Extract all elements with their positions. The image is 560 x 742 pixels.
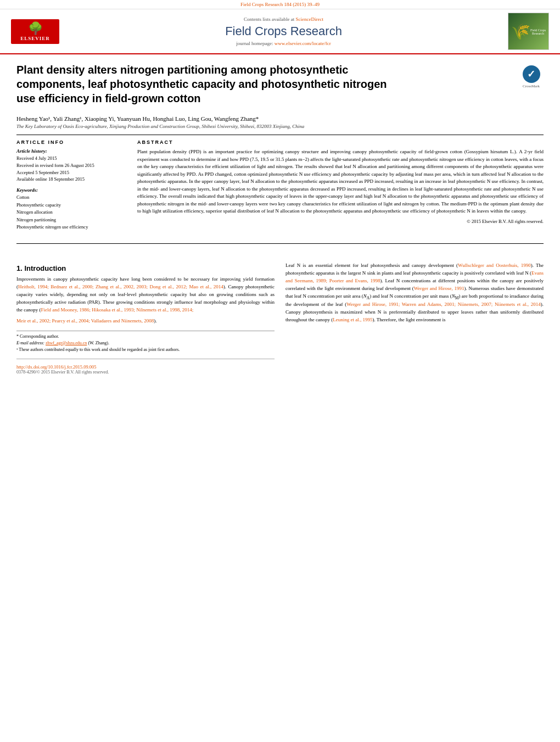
body-left-col: 1. Introduction Improvements in canopy p…	[16, 262, 275, 375]
main-body: 1. Introduction Improvements in canopy p…	[0, 256, 560, 380]
revised-date: Received in revised form 26 August 2015	[16, 162, 126, 169]
journal-header: 🌳 ELSEVIER Contents lists available at S…	[0, 9, 560, 54]
article-history: Article history: Received 4 July 2015 Re…	[16, 148, 126, 183]
elsevier-logo: 🌳 ELSEVIER	[11, 19, 59, 44]
sciencedirect-text: Contents lists available at ScienceDirec…	[59, 16, 508, 22]
ref-field[interactable]: Field and Mooney, 1986; Hikosaka et al.,…	[41, 307, 193, 313]
crossmark-badge[interactable]: ✓ CrossMark	[519, 65, 544, 90]
ref-werger[interactable]: Werger and Hirose, 1991	[414, 286, 464, 291]
sciencedirect-link[interactable]: ScienceDirect	[296, 16, 323, 22]
available-date: Available online 18 September 2015	[16, 176, 126, 183]
ref-meir[interactable]: Meir et al., 2002; Pearcy et al., 2004; …	[16, 318, 154, 323]
keyword-photosynthetic-nue: Photosynthetic nitrogen use efficiency	[16, 224, 126, 231]
elsevier-tree-icon: 🌳	[28, 21, 43, 36]
keywords-label: Keywords:	[16, 187, 126, 193]
affiliation: The Key Laboratory of Oasis Eco-agricult…	[16, 124, 544, 129]
article-info-panel: ARTICLE INFO Article history: Received 4…	[16, 140, 126, 236]
accepted-date: Accepted 5 September 2015	[16, 169, 126, 176]
ref-wullschleger[interactable]: Wullschleger and Oosterhuis, 1990	[458, 263, 531, 268]
title-row: Plant density alters nitrogen partitioni…	[16, 63, 544, 111]
divider-1	[16, 135, 544, 135]
article-info-abstract: ARTICLE INFO Article history: Received 4…	[16, 140, 544, 236]
ref-werger2[interactable]: Werger and Hirose, 1991; Warren and Adam…	[346, 302, 541, 307]
article-info-heading: ARTICLE INFO	[16, 140, 126, 145]
body-right-col: Leaf N is an essential element for leaf …	[285, 262, 544, 375]
right-paragraph-1: Leaf N is an essential element for leaf …	[285, 262, 544, 324]
email-link[interactable]: zhwf_agr@shzu.edu.cn	[46, 341, 87, 345]
abstract-panel: ABSTRACT Plant population density (PPD) …	[137, 140, 544, 236]
received-date: Received 4 July 2015	[16, 155, 126, 162]
intro-paragraph-1: Improvements in canopy photosynthetic ca…	[16, 276, 275, 314]
doi-area: http://dx.doi.org/10.1016/j.fcr.2015.09.…	[16, 359, 275, 375]
footnote-corresponding: * Corresponding author.	[16, 333, 275, 340]
ref-evans-seemann[interactable]: Evans and Seemann, 1989; Poorter and Eva…	[285, 270, 544, 283]
journal-header-center: Contents lists available at ScienceDirec…	[59, 16, 508, 46]
footnote-equal-contrib: ¹ These authors contributed equally to t…	[16, 347, 275, 353]
article-content: Plant density alters nitrogen partitioni…	[0, 54, 560, 256]
authors: Hesheng Yao¹, Yali Zhang¹, Xiaoping Yi, …	[16, 115, 544, 122]
footnote-email: E-mail address: zhwf_agr@shzu.edu.cn (W.…	[16, 340, 275, 347]
copyright-text: © 2015 Elsevier B.V. All rights reserved…	[137, 219, 544, 224]
abstract-heading: ABSTRACT	[137, 140, 544, 145]
abstract-text: Plant population density (PPD) is an imp…	[137, 148, 544, 215]
journal-cover-image: 🌾 Field CropsResearch	[508, 13, 549, 50]
journal-top-bar: Field Crops Research 184 (2015) 39–49	[0, 0, 560, 9]
history-label: Article history:	[16, 148, 126, 154]
article-title: Plant density alters nitrogen partitioni…	[16, 63, 390, 105]
intro-paragraph-2: Meir et al., 2002; Pearcy et al., 2004; …	[16, 317, 275, 325]
keyword-photosynthetic-capacity: Photosynthetic capacity	[16, 202, 126, 209]
intro-section-title: 1. Introduction	[16, 264, 275, 272]
journal-citation: Field Crops Research 184 (2015) 39–49	[240, 2, 320, 7]
keyword-nitrogen-allocation: Nitrogen allocation	[16, 209, 126, 216]
doi-link[interactable]: http://dx.doi.org/10.1016/j.fcr.2015.09.…	[16, 364, 97, 370]
keywords-section: Keywords: Cotton Photosynthetic capacity…	[16, 187, 126, 231]
keyword-nitrogen-partitioning: Nitrogen partitioning	[16, 216, 126, 224]
journal-title: Field Crops Research	[59, 24, 508, 38]
footnote-area: * Corresponding author. E-mail address: …	[16, 331, 275, 353]
journal-homepage: journal homepage: www.elsevier.com/locat…	[59, 41, 508, 46]
ref-heitholt[interactable]: Heitholt, 1994; Bednarz et al., 2000; Zh…	[18, 284, 223, 289]
elsevier-wordmark: ELSEVIER	[20, 36, 50, 41]
divider-2	[16, 243, 544, 244]
journal-homepage-link[interactable]: www.elsevier.com/locate/fcr	[275, 41, 331, 46]
ref-leuning[interactable]: Leuning et al., 1995	[333, 317, 372, 322]
issn-text: 0378-4290/© 2015 Elsevier B.V. All right…	[16, 370, 275, 375]
keyword-cotton: Cotton	[16, 194, 126, 202]
